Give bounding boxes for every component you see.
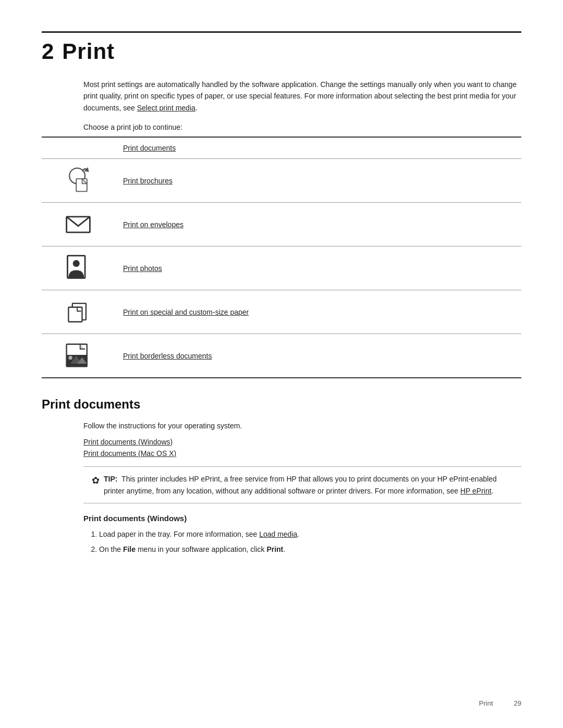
list-item: Load paper in the tray. For more informa… — [99, 528, 521, 541]
icon-cell-photos — [42, 246, 115, 290]
tip-icon: ✿ — [92, 473, 100, 488]
tip-content: TIP: This printer includes HP ePrint, a … — [104, 473, 513, 497]
tip-label: TIP: — [104, 475, 117, 483]
chapter-number: 2 — [42, 39, 54, 64]
print-documents-link[interactable]: Print documents — [123, 144, 176, 152]
print-docs-windows-link[interactable]: Print documents (Windows) — [83, 438, 173, 446]
link-cell-documents: Print documents — [115, 137, 521, 159]
print-brochures-link[interactable]: Print brochures — [123, 177, 173, 185]
link-cell-brochures: Print brochures — [115, 159, 521, 203]
print-jobs-table: Print documents — [42, 137, 521, 378]
page-footer: Print 29 — [479, 699, 521, 707]
windows-steps-list: Load paper in the tray. For more informa… — [99, 528, 521, 556]
brochure-icon — [64, 165, 93, 194]
borderless-icon — [64, 340, 93, 369]
print-documents-content: Follow the instructions for your operati… — [83, 420, 521, 556]
print-docs-mac-link[interactable]: Print documents (Mac OS X) — [83, 449, 176, 458]
icon-cell-borderless — [42, 334, 115, 378]
table-row: Print on special and custom-size paper — [42, 290, 521, 334]
svg-point-6 — [73, 260, 80, 267]
table-row: Print on envelopes — [42, 203, 521, 246]
chapter-header: 2Print — [42, 31, 521, 64]
chapter-title: Print — [62, 39, 115, 64]
hp-eprint-link[interactable]: HP ePrint — [460, 487, 492, 495]
choose-text: Choose a print job to continue: — [83, 123, 521, 131]
footer-page-number: 29 — [514, 699, 521, 707]
print-photos-link[interactable]: Print photos — [123, 264, 162, 273]
intro-paragraph: Most print settings are automatically ha… — [83, 79, 521, 114]
print-documents-intro: Follow the instructions for your operati… — [83, 420, 521, 431]
icon-cell-documents — [42, 137, 115, 159]
link-cell-photos: Print photos — [115, 246, 521, 290]
load-media-link[interactable]: Load media — [259, 530, 297, 538]
print-docs-windows-link-container: Print documents (Windows) Print document… — [83, 436, 521, 460]
svg-rect-8 — [68, 307, 82, 322]
svg-marker-1 — [84, 167, 89, 172]
print-borderless-link[interactable]: Print borderless documents — [123, 352, 212, 360]
table-row: Print borderless documents — [42, 334, 521, 378]
print-documents-windows-heading: Print documents (Windows) — [83, 514, 521, 523]
photo-icon — [64, 253, 93, 282]
print-envelopes-link[interactable]: Print on envelopes — [123, 220, 183, 229]
page: 2Print Most print settings are automatic… — [0, 0, 563, 728]
table-row: Print photos — [42, 246, 521, 290]
print-special-link[interactable]: Print on special and custom-size paper — [123, 308, 249, 316]
svg-rect-2 — [76, 179, 87, 191]
icon-cell-brochures — [42, 159, 115, 203]
select-print-media-link[interactable]: Select print media — [137, 104, 195, 112]
link-cell-borderless: Print borderless documents — [115, 334, 521, 378]
svg-point-13 — [68, 356, 72, 360]
footer-label: Print — [479, 699, 493, 707]
table-row: Print documents — [42, 137, 521, 159]
icon-cell-envelopes — [42, 203, 115, 246]
link-cell-special: Print on special and custom-size paper — [115, 290, 521, 334]
icon-cell-special — [42, 290, 115, 334]
link-cell-envelopes: Print on envelopes — [115, 203, 521, 246]
special-paper-icon — [64, 297, 93, 326]
envelope-icon — [64, 209, 93, 238]
tip-text: This printer includes HP ePrint, a free … — [104, 475, 497, 495]
tip-box: ✿ TIP: This printer includes HP ePrint, … — [83, 466, 521, 503]
table-row: Print brochures — [42, 159, 521, 203]
print-documents-heading: Print documents — [42, 397, 521, 412]
tip-period: . — [492, 487, 494, 495]
list-item: On the File menu in your software applic… — [99, 543, 521, 556]
